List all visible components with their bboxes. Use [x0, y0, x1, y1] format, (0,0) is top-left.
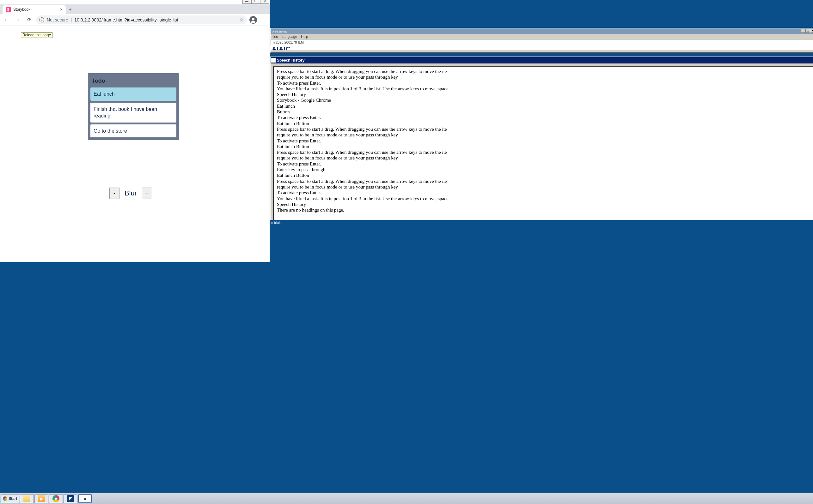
forward-button[interactable]: → — [13, 15, 22, 24]
start-button[interactable]: Start — [1, 494, 19, 503]
chrome-titlebar: — ❐ ✕ — [0, 0, 270, 4]
speech-line: Eat lunch Button — [277, 144, 812, 149]
speech-line: You have lifted a task. It is in positio… — [277, 86, 812, 92]
speech-line: Press space bar to start a drag. When dr… — [277, 126, 812, 132]
page-content: Reload this page Todo Eat lunch Finish t… — [0, 26, 270, 262]
speech-line: Press space bar to start a drag. When dr… — [277, 149, 812, 155]
chrome-window: — ❐ ✕ S Storybook × + ← → ⟳ i Not secure… — [0, 0, 270, 262]
profile-avatar-icon[interactable] — [250, 16, 257, 24]
speech-line: require you to be in focus mode or to us… — [277, 74, 812, 80]
speech-line: Speech History — [277, 92, 812, 97]
speech-line: Eat lunch Button — [277, 172, 812, 178]
jaws-menubar[interactable]: ties Language Help — [271, 34, 813, 39]
taskbar-chrome-icon[interactable] — [49, 494, 63, 503]
jaws-titlebar[interactable]: ofessional _ □ ✕ — [271, 28, 813, 34]
speech-line: Speech History — [277, 201, 812, 207]
url-text: 10.0.2.2:9002/iframe.html?id=accessibili… — [74, 17, 178, 22]
jaws-minimize-button[interactable]: _ — [801, 29, 805, 33]
bookmark-star-icon[interactable]: ☆ — [239, 17, 244, 23]
speech-system-icon[interactable]: = — [271, 58, 276, 63]
not-secure-label: Not secure — [47, 17, 68, 22]
speech-line: To activate press Enter. — [277, 190, 812, 195]
start-label: Start — [9, 496, 17, 501]
jaws-title-fragment: ofessional — [272, 29, 288, 33]
reload-tooltip: Reload this page — [21, 32, 52, 38]
speech-line: You have lifted a task. It is in positio… — [277, 196, 812, 201]
jaws-menu-item[interactable]: Language — [282, 35, 297, 39]
blur-decrease-button[interactable]: - — [109, 188, 119, 199]
window-maximize-button[interactable]: ❐ — [251, 0, 260, 4]
speech-line: Eat lunch Button — [277, 121, 812, 126]
jaws-maximize-button[interactable]: □ — [806, 29, 810, 33]
jaws-version-label: n 2020.2001.70 ILM — [271, 39, 813, 45]
todo-list: Todo Eat lunch Finish that book I have b… — [88, 73, 179, 140]
speech-line: Press space bar to start a drag. When dr… — [277, 69, 812, 74]
site-info-icon[interactable]: i — [39, 17, 44, 22]
speech-history-content[interactable]: Press space bar to start a drag. When dr… — [273, 66, 813, 221]
tab-strip: S Storybook × + — [0, 4, 270, 14]
speech-line: There are no headings on this page. — [277, 207, 812, 213]
window-minimize-button[interactable]: — — [243, 0, 251, 4]
todo-list-title: Todo — [90, 76, 176, 87]
blur-label: Blur — [124, 189, 137, 197]
taskbar: Start ▶ ◤ = — [0, 493, 813, 504]
blur-increase-button[interactable]: + — [142, 188, 152, 199]
new-tab-button[interactable]: + — [66, 5, 75, 14]
speech-line: Enter key to pass through — [277, 167, 812, 172]
jaws-menu-item[interactable]: ties — [273, 35, 278, 39]
taskbar-explorer-icon[interactable] — [20, 494, 34, 503]
jaws-window: ofessional _ □ ✕ ties Language Help n 20… — [270, 28, 813, 53]
trial-text-fragment: e trial. — [270, 220, 813, 225]
todo-item[interactable]: Eat lunch — [90, 87, 176, 101]
todo-item[interactable]: Go to the store — [90, 124, 176, 138]
tab-close-button[interactable]: × — [60, 7, 63, 12]
chrome-menu-button[interactable]: ⋮ — [260, 16, 266, 23]
speech-history-titlebar[interactable]: = Speech History — [271, 57, 813, 63]
jaws-menu-item[interactable]: Help — [301, 35, 308, 39]
speech-line: require you to be in focus mode or to us… — [277, 155, 812, 161]
speech-history-title: Speech History — [277, 58, 304, 63]
taskbar-media-player-icon[interactable]: ▶ — [34, 494, 48, 503]
taskbar-app-icon[interactable]: ◤ — [63, 494, 77, 503]
windows-logo-icon — [3, 496, 7, 501]
jaws-close-button[interactable]: ✕ — [810, 29, 813, 33]
storybook-favicon-icon: S — [6, 7, 11, 12]
speech-line: Button — [277, 109, 812, 115]
todo-item[interactable]: Finish that book I have been reading — [90, 103, 176, 123]
speech-line: To activate press Enter. — [277, 80, 812, 86]
reload-button[interactable]: ⟳ — [25, 15, 33, 24]
taskbar-jaws-icon[interactable]: = — [78, 494, 92, 503]
blur-controls: - Blur + — [109, 188, 152, 199]
speech-line: require you to be in focus mode or to us… — [277, 184, 812, 190]
speech-line: Storybook - Google Chrome — [277, 97, 812, 103]
jaws-brand-fragment: AIAIC — [271, 45, 813, 50]
back-button[interactable]: ← — [2, 15, 11, 24]
omnibox-separator: | — [71, 17, 72, 22]
speech-line: Eat lunch — [277, 103, 812, 109]
browser-toolbar: ← → ⟳ i Not secure | 10.0.2.2:9002/ifram… — [0, 14, 270, 26]
browser-tab[interactable]: S Storybook × — [3, 5, 66, 14]
tab-title: Storybook — [13, 7, 30, 12]
speech-line: Press space bar to start a drag. When dr… — [277, 178, 812, 184]
speech-line: To activate press Enter. — [277, 115, 812, 120]
speech-line: To activate press Enter. — [277, 138, 812, 144]
speech-line: To activate press Enter. — [277, 161, 812, 167]
address-bar[interactable]: i Not secure | 10.0.2.2:9002/iframe.html… — [36, 15, 247, 24]
window-close-button[interactable]: ✕ — [260, 0, 269, 4]
speech-line: require you to be in focus mode or to us… — [277, 132, 812, 138]
speech-history-window: = Speech History Press space bar to star… — [270, 57, 813, 224]
